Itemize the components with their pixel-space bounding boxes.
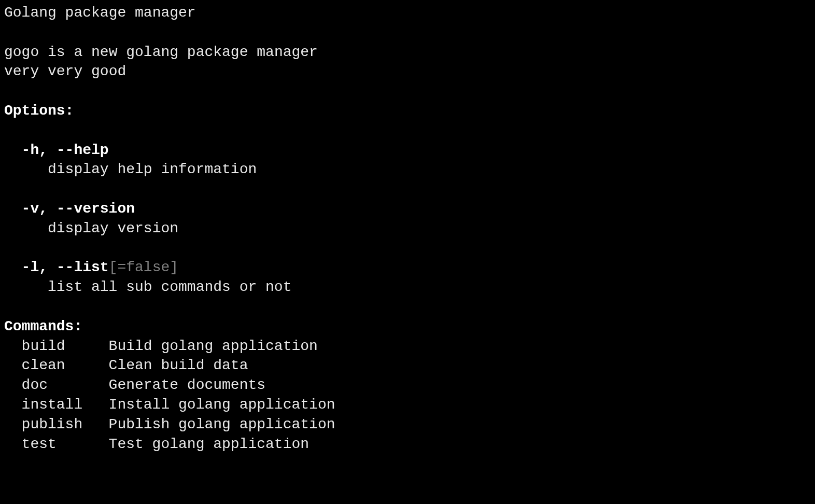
option-flags: -v, --version <box>22 201 135 217</box>
option-list: -l, --list[=false] <box>4 258 811 277</box>
command-build: buildBuild golang application <box>4 337 811 356</box>
command-name: build <box>22 337 109 356</box>
command-desc: Test golang application <box>109 436 309 452</box>
blank-line <box>4 239 811 258</box>
command-name: install <box>22 395 109 415</box>
command-name: test <box>22 435 109 454</box>
command-desc: Install golang application <box>109 397 335 413</box>
command-desc: Build golang application <box>109 338 318 354</box>
description-line-2: very very good <box>4 62 811 81</box>
command-clean: cleanClean build data <box>4 356 811 375</box>
option-version-desc: display version <box>4 219 811 239</box>
description-line-1: gogo is a new golang package manager <box>4 43 811 62</box>
option-version: -v, --version <box>4 199 811 219</box>
blank-line <box>4 297 811 317</box>
blank-line <box>4 23 811 43</box>
command-desc: Publish golang application <box>109 416 335 432</box>
command-name: clean <box>22 356 109 375</box>
terminal-output: Golang package manager gogo is a new gol… <box>4 3 811 454</box>
option-flags: -l, --list <box>22 259 109 275</box>
command-name: publish <box>22 415 109 435</box>
program-title: Golang package manager <box>4 3 811 23</box>
command-name: doc <box>22 375 109 395</box>
option-flags: -h, --help <box>22 142 109 158</box>
commands-header: Commands: <box>4 317 811 337</box>
command-doc: docGenerate documents <box>4 375 811 395</box>
command-test: testTest golang application <box>4 435 811 454</box>
option-help-desc: display help information <box>4 160 811 179</box>
command-desc: Clean build data <box>109 357 248 373</box>
command-install: installInstall golang application <box>4 395 811 415</box>
options-header: Options: <box>4 101 811 121</box>
option-help: -h, --help <box>4 141 811 160</box>
option-default: [=false] <box>109 259 178 275</box>
blank-line <box>4 179 811 199</box>
command-desc: Generate documents <box>109 377 265 393</box>
blank-line <box>4 121 811 141</box>
option-list-desc: list all sub commands or not <box>4 277 811 297</box>
command-publish: publishPublish golang application <box>4 415 811 435</box>
blank-line <box>4 81 811 101</box>
